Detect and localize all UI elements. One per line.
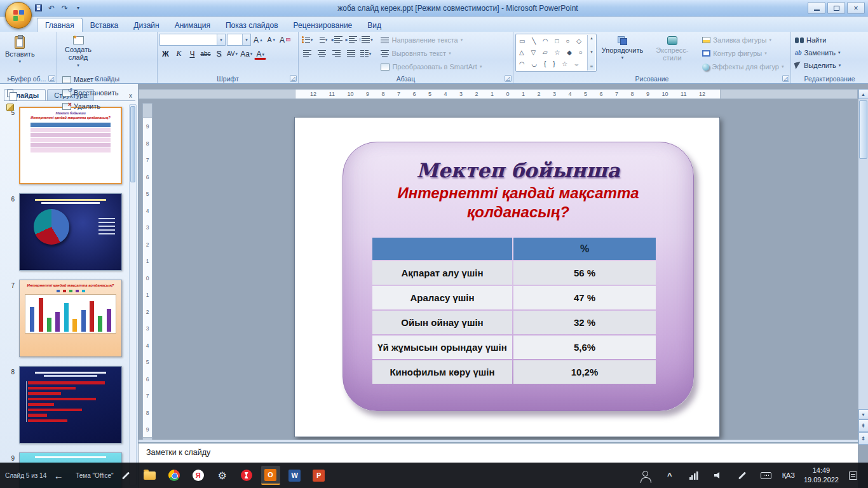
line-spacing-button[interactable]: ↕▾	[359, 34, 372, 46]
taskbar-powerpoint[interactable]: P	[309, 466, 329, 485]
dialog-launcher-icon[interactable]: ◿	[505, 75, 512, 82]
quick-styles-button[interactable]: Экспресс-стили	[648, 34, 696, 73]
action-center-button[interactable]	[846, 466, 865, 485]
increase-indent-button[interactable]: ▸	[344, 34, 358, 46]
clear-formatting-button[interactable]: А	[279, 34, 291, 46]
tab-design[interactable]: Дизайн	[126, 18, 166, 32]
font-size-select[interactable]	[227, 34, 251, 46]
table-cell[interactable]: Ойын ойнау үшін	[372, 311, 512, 334]
scroll-up-icon[interactable]: ▲	[590, 36, 593, 40]
dialog-launcher-icon[interactable]: ◿	[290, 75, 297, 82]
table-cell[interactable]: 5,6%	[513, 336, 656, 359]
table-cell[interactable]: 47 %	[513, 286, 656, 309]
bullets-button[interactable]: ▾	[301, 34, 314, 46]
slide-thumbnail-5[interactable]: Мектеп бойынша Интернетті қандай мақсатт…	[19, 107, 122, 184]
table-cell[interactable]: Кинофильм көру үшін	[372, 360, 512, 384]
tab-slideshow[interactable]: Показ слайдов	[218, 18, 286, 32]
table-header-cell[interactable]	[372, 238, 512, 260]
reset-slide-button[interactable]: Восстановить	[60, 86, 120, 99]
vertical-ruler[interactable]: 9 8 7 6 5 4 3 2 1 0 1 2 3 4 5 6 7 8 9	[142, 103, 153, 483]
tab-review[interactable]: Рецензирование	[286, 18, 360, 32]
shapes-scrollbar[interactable]: ▲ ▼ ≡	[587, 35, 595, 71]
qat-dropdown-icon[interactable]: ▾	[73, 3, 83, 14]
align-right-button[interactable]	[330, 48, 343, 60]
undo-button[interactable]: ↶	[46, 3, 57, 14]
back-button[interactable]: ←	[49, 466, 68, 485]
taskbar-office-active[interactable]: O	[261, 466, 280, 485]
taskbar-file-explorer[interactable]	[140, 466, 159, 485]
tab-insert[interactable]: Вставка	[83, 18, 126, 32]
text-direction-button[interactable]: Направление текста▾	[379, 34, 484, 46]
copy-button[interactable]	[3, 87, 17, 100]
vertical-scrollbar[interactable]: ▲ ▼ ⇞ ⇟	[858, 89, 868, 445]
arrange-button[interactable]: Упорядочить ▾	[599, 34, 645, 73]
table-header-cell[interactable]: %	[513, 238, 656, 260]
scroll-up-button[interactable]: ▲	[858, 89, 868, 99]
next-slide-button[interactable]: ⇟	[858, 432, 868, 445]
taskbar-chrome[interactable]	[165, 466, 184, 485]
shape-effects-button[interactable]: Эффекты для фигур▾	[700, 60, 785, 73]
dialog-launcher-icon[interactable]: ◿	[782, 75, 789, 82]
italic-button[interactable]: К	[173, 48, 185, 60]
slide-table[interactable]: % Ақпарат алу үшін 56 % Араласу үшін 47 …	[372, 238, 656, 384]
tab-view[interactable]: Вид	[360, 18, 389, 32]
redo-button[interactable]: ↷	[60, 3, 70, 14]
slide-title[interactable]: Мектеп бойынша	[343, 159, 693, 182]
horizontal-ruler[interactable]: 12 11 10 9 8 7 6 5 4 3 2 1 0 1 2 3 4 5 6…	[139, 89, 858, 99]
delete-slide-button[interactable]: Удалить	[60, 100, 120, 112]
panel-close-button[interactable]: x	[126, 91, 135, 100]
panel-scrollbar[interactable]	[129, 104, 137, 485]
decrease-indent-button[interactable]: ◂	[330, 34, 343, 46]
dialog-launcher-icon[interactable]: ◿	[48, 75, 55, 82]
scrollbar-track[interactable]	[858, 99, 868, 409]
numbering-button[interactable]: ▾	[315, 34, 329, 46]
convert-smartart-button[interactable]: Преобразовать в SmartArt▾	[379, 60, 484, 73]
taskbar-word[interactable]: W	[285, 466, 304, 485]
align-text-button[interactable]: Выровнять текст▾	[379, 47, 484, 60]
tray-keyboard[interactable]	[757, 466, 776, 485]
underline-button[interactable]: Ч	[186, 48, 198, 60]
slide-thumbnail-7[interactable]: Интернетті қандай мақсатта қолданасың?	[19, 280, 122, 357]
character-spacing-button[interactable]: AV▾	[226, 48, 238, 60]
shapes-row[interactable]: △ ▽ ▱ ☆ ◆ ○	[519, 47, 586, 58]
table-cell[interactable]: Араласу үшін	[372, 286, 512, 309]
slide-thumbnail-6[interactable]	[19, 193, 122, 271]
panel-scrollbar-thumb[interactable]	[130, 106, 135, 182]
shape-fill-button[interactable]: Заливка фигуры▾	[700, 34, 785, 46]
font-name-select[interactable]	[159, 34, 226, 46]
close-button[interactable]: ×	[847, 2, 865, 14]
tab-animation[interactable]: Анимация	[167, 18, 218, 32]
maximize-button[interactable]	[827, 2, 845, 14]
align-center-button[interactable]	[315, 48, 329, 60]
minimize-button[interactable]	[808, 2, 825, 14]
scroll-down-icon[interactable]: ▼	[590, 50, 593, 54]
taskbar-yandex-browser[interactable]	[237, 466, 256, 485]
replace-button[interactable]: abЗаменить▾	[793, 46, 866, 59]
slide-canvas[interactable]: Мектеп бойынша Интернетті қандай мақсатт…	[294, 117, 720, 437]
justify-button[interactable]	[344, 48, 358, 60]
shrink-font-button[interactable]: А▼	[266, 34, 278, 46]
save-button[interactable]	[33, 3, 43, 14]
notes-placeholder[interactable]: Заметки к слайду	[139, 444, 858, 457]
format-painter-button[interactable]	[3, 101, 17, 114]
taskbar-yandex[interactable]: Я	[189, 466, 208, 485]
font-color-button[interactable]: А▾	[254, 50, 266, 60]
dropdown-arrow-icon[interactable]	[217, 34, 225, 45]
shapes-row[interactable]: ▭ ╲ ◠ □ ○ ◇	[519, 36, 586, 47]
text-shadow-button[interactable]: S	[213, 48, 225, 60]
pen-button[interactable]	[116, 466, 135, 485]
find-button[interactable]: Найти	[793, 34, 866, 46]
change-case-button[interactable]: Aa▾	[240, 48, 253, 60]
new-slide-button[interactable]: Создать слайд ▾	[59, 34, 97, 73]
select-button[interactable]: Выделить▾	[793, 59, 866, 72]
tray-people[interactable]	[636, 466, 655, 485]
align-left-button[interactable]	[301, 48, 314, 60]
language-indicator[interactable]: ҚАЗ	[782, 471, 795, 479]
slide-thumbnail-8[interactable]	[19, 366, 122, 444]
columns-button[interactable]: ▾	[359, 48, 372, 60]
tray-show-hidden[interactable]: ^	[660, 466, 679, 485]
clock[interactable]: 14:49 19.09.2022	[804, 466, 839, 485]
previous-slide-button[interactable]: ⇞	[858, 419, 868, 432]
office-button[interactable]	[5, 2, 32, 29]
shapes-gallery[interactable]: ▭ ╲ ◠ □ ○ ◇ △ ▽ ▱ ☆ ◆ ○ ◠ ◡ { } ☆ ⌣ ▲ ▼ …	[515, 34, 597, 72]
